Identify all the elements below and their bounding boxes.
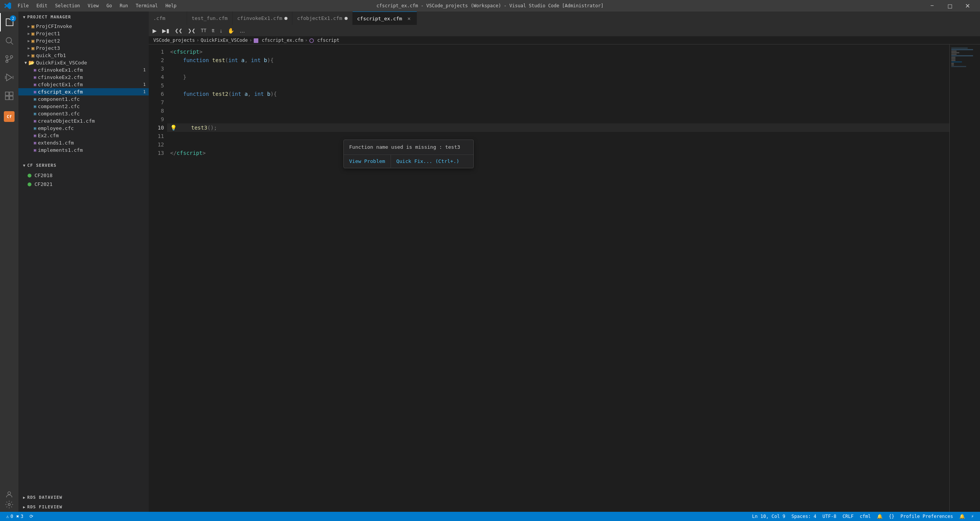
status-line-ending[interactable]: CRLF xyxy=(839,512,857,521)
file-name: cfscript_ex.cfm xyxy=(38,89,83,95)
cf-server-cf2021[interactable]: CF2021 xyxy=(18,180,149,189)
sidebar-file-cfscript-ex[interactable]: ▣ cfscript_ex.cfm 1 xyxy=(18,88,149,95)
breadcrumb-item-folder[interactable]: QuickFixEx_VSCode xyxy=(201,38,248,43)
activity-bar-item-extensions[interactable] xyxy=(0,87,18,105)
menu-help[interactable]: Help xyxy=(163,2,180,9)
toolbar-btn-1[interactable]: ❮❮ xyxy=(172,26,185,35)
status-right: Ln 10, Col 9 Spaces: 4 UTF-8 CRLF cfml 🔔… xyxy=(749,512,977,521)
sidebar-file-employee[interactable]: ▣ employee.cfc xyxy=(18,125,149,132)
sidebar-item-project2[interactable]: ▶ ▣ Project2 xyxy=(18,37,149,44)
toolbar-btn-5[interactable]: ↓ xyxy=(217,26,225,35)
menu-view[interactable]: View xyxy=(85,2,102,9)
menu-selection[interactable]: Selection xyxy=(52,2,83,9)
toolbar-btn-3[interactable]: TT xyxy=(199,26,209,35)
tab-close-button[interactable]: ✕ xyxy=(406,15,412,21)
status-notifications[interactable]: 🔔 xyxy=(874,512,886,521)
breadcrumb: VSCode_projects › QuickFixEx_VSCode › cf… xyxy=(149,36,980,44)
status-errors[interactable]: ⚠ 0 ✖ 3 xyxy=(3,512,26,521)
breadcrumb-item-symbol[interactable]: cfscript xyxy=(309,38,340,43)
activity-bar-item-explorer[interactable]: 2 xyxy=(0,13,18,31)
menu-go[interactable]: Go xyxy=(103,2,115,9)
tab-cfscript-ex-cfm[interactable]: cfscript_ex.cfm ✕ xyxy=(353,12,417,25)
status-format[interactable]: {} xyxy=(886,512,897,521)
quick-fix-action[interactable]: Quick Fix... (Ctrl+.) xyxy=(391,155,465,168)
sidebar-file-component2[interactable]: ▣ component2.cfc xyxy=(18,103,149,110)
title-bar-menu[interactable]: File Edit Selection View Go Run Terminal… xyxy=(15,2,180,9)
rds-fileview-header[interactable]: ▶ RDS FILEVIEW xyxy=(18,502,149,512)
status-cursor-position[interactable]: Ln 10, Col 9 xyxy=(749,512,788,521)
main-layout: 2 Cf xyxy=(0,12,980,512)
lightbulb-icon[interactable]: 💡 xyxy=(170,123,177,132)
toolbar-btn-6[interactable]: ✋ xyxy=(225,26,236,35)
restore-button[interactable]: ◻ xyxy=(941,0,959,12)
sidebar-item-project3[interactable]: ▶ ▣ Project3 xyxy=(18,44,149,52)
toolbar-more-actions[interactable]: … xyxy=(237,26,247,35)
breadcrumb-item-workspace[interactable]: VSCode_projects xyxy=(153,38,195,43)
status-lightning[interactable]: ⚡ xyxy=(968,512,977,521)
sidebar-item-quick-cfb1[interactable]: ▶ ▣ quick_cfb1 xyxy=(18,52,149,59)
activity-bar-item-search[interactable] xyxy=(0,31,18,50)
sidebar-file-component3[interactable]: ▣ component3.cfc xyxy=(18,110,149,117)
svg-line-1 xyxy=(11,43,13,45)
status-encoding[interactable]: UTF-8 xyxy=(819,512,839,521)
toolbar-btn-4[interactable]: tt xyxy=(210,26,217,35)
menu-file[interactable]: File xyxy=(15,2,32,9)
tab-test-fun-cfm[interactable]: test_fun.cfm xyxy=(187,12,233,25)
file-name: employee.cfc xyxy=(38,125,74,131)
rds-dataview-header[interactable]: ▶ RDS DATAVIEW xyxy=(18,493,149,502)
sidebar-file-cfinvokeex2[interactable]: ▣ cfinvokeEx2.cfm xyxy=(18,74,149,81)
run-button[interactable]: ▶ xyxy=(150,26,159,35)
rds-fileview-chevron-icon: ▶ xyxy=(23,505,26,509)
project-name: ProjCFInvoke xyxy=(36,23,72,29)
cf-servers-header[interactable]: ▼ CF SERVERS xyxy=(18,160,149,171)
code-content[interactable]: <cfscript> function test(int a, int b){ … xyxy=(167,44,949,512)
project-list: ▶ ▣ ProjCFInvoke ▶ ▣ Project1 ▶ ▣ Projec… xyxy=(18,23,149,154)
activity-bar-item-cf[interactable]: Cf xyxy=(4,111,15,122)
status-profile-preferences[interactable]: Profile Preferences xyxy=(897,512,956,521)
sidebar-item-project1[interactable]: ▶ ▣ Project1 xyxy=(18,30,149,37)
sidebar-file-component1[interactable]: ▣ component1.cfc xyxy=(18,95,149,103)
sidebar-file-ex2[interactable]: ▣ Ex2.cfm xyxy=(18,132,149,139)
menu-run[interactable]: Run xyxy=(117,2,131,9)
cf-server-cf2018[interactable]: CF2018 xyxy=(18,171,149,180)
activity-bar-item-source-control[interactable] xyxy=(0,50,18,68)
sidebar-file-createobjectex1[interactable]: ▣ createObjectEx1.cfm xyxy=(18,117,149,125)
sidebar-file-cfobjectex1[interactable]: ▣ cfobjectEx1.cfm 1 xyxy=(18,81,149,88)
minimize-button[interactable]: − xyxy=(923,0,941,12)
sidebar-file-cfinvokeex1[interactable]: ▣ cfinvokeEx1.cfm 1 xyxy=(18,66,149,74)
activity-bar-item-run-debug[interactable] xyxy=(0,68,18,87)
toolbar-btn-2[interactable]: ❯❮ xyxy=(185,26,198,35)
menu-terminal[interactable]: Terminal xyxy=(133,2,161,9)
line-ending-label: CRLF xyxy=(842,514,854,519)
tab-cfinvokeex1-cfm[interactable]: cfinvokeEx1.cfm xyxy=(233,12,292,25)
bell-icon: 🔔 xyxy=(959,514,965,519)
sidebar-item-projcfinvoke[interactable]: ▶ ▣ ProjCFInvoke xyxy=(18,23,149,30)
project-manager-header[interactable]: ▼ PROJECT MANAGER xyxy=(18,12,149,23)
activity-bar-item-account[interactable] xyxy=(0,490,18,499)
view-problem-action[interactable]: View Problem xyxy=(344,155,391,168)
rds-sections: ▶ RDS DATAVIEW ▶ RDS FILEVIEW xyxy=(18,493,149,512)
sidebar-file-implements1[interactable]: ▣ implements1.cfm xyxy=(18,146,149,154)
server-status-dot xyxy=(28,182,31,186)
breadcrumb-item-file[interactable]: cfscript_ex.cfm xyxy=(254,38,304,43)
warning-count: 3 xyxy=(21,514,23,519)
sidebar-file-extends1[interactable]: ▣ extends1.cfm xyxy=(18,139,149,146)
menu-edit[interactable]: Edit xyxy=(33,2,51,9)
tab-cfm[interactable]: .cfm xyxy=(149,12,187,25)
close-button[interactable]: ✕ xyxy=(959,0,976,12)
title-bar-controls[interactable]: − ◻ ✕ xyxy=(923,0,976,12)
warning-icon: ✖ xyxy=(16,514,19,519)
status-spaces[interactable]: Spaces: 4 xyxy=(788,512,819,521)
minimap-line xyxy=(951,66,966,67)
code-editor[interactable]: 1 2 3 4 5 6 7 8 9 10 11 12 13 <cfscript> xyxy=(149,44,980,512)
tab-cfobjectex1-cfm[interactable]: cfobjectEx1.cfm xyxy=(292,12,352,25)
line-numbers: 1 2 3 4 5 6 7 8 9 10 11 12 13 xyxy=(149,44,167,512)
run-debug-button[interactable]: ▶▮ xyxy=(160,26,172,35)
status-language[interactable]: cfml xyxy=(857,512,874,521)
sidebar-item-quickfixex-vscode[interactable]: ▼ 📂 QuickFixEx_VSCode xyxy=(18,59,149,66)
activity-bar-item-settings[interactable] xyxy=(0,500,18,509)
status-bell[interactable]: 🔔 xyxy=(956,512,968,521)
file-icon-cfc: ▣ xyxy=(34,104,36,109)
minimap-line xyxy=(951,49,973,50)
status-sync[interactable]: ⟳ xyxy=(26,512,36,521)
